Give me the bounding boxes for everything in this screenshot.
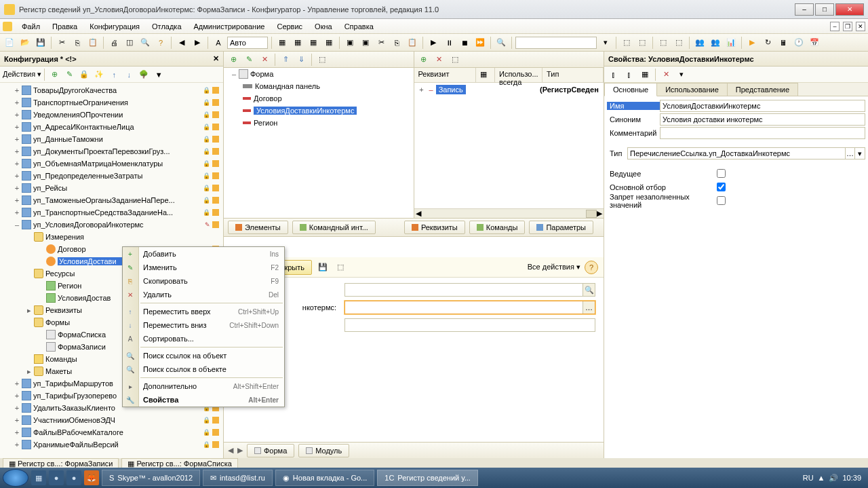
context-menu-item[interactable]: +ДобавитьIns bbox=[123, 247, 284, 261]
tree-item[interactable]: +уп_ДанныеТаможни🔒 bbox=[0, 133, 223, 145]
tb-t[interactable]: 👥 bbox=[709, 36, 722, 50]
taskbar-task[interactable]: ✉intasd@list.ru bbox=[203, 470, 273, 486]
tb-v[interactable]: ↻ bbox=[761, 36, 774, 50]
context-menu-item[interactable]: ⎘СкопироватьF9 bbox=[123, 274, 284, 288]
filter-icon[interactable]: ▼ bbox=[152, 68, 165, 81]
edit-icon[interactable]: ✎ bbox=[62, 68, 76, 81]
context-menu-item[interactable]: 🔍Поиск ссылок в объекте bbox=[123, 362, 284, 376]
tb-cal2[interactable]: 📅 bbox=[808, 36, 821, 50]
tb-d[interactable]: ▦ bbox=[322, 36, 336, 50]
props-tab-use[interactable]: Использование bbox=[656, 83, 728, 96]
tree-item[interactable]: +уп_ТранспортныеСредстваЗаданиеНа...🔒 bbox=[0, 206, 223, 219]
props-tab-pres[interactable]: Представление bbox=[727, 83, 798, 96]
tb-clock[interactable]: 🕐 bbox=[792, 36, 806, 50]
tb-i[interactable]: 📋 bbox=[406, 36, 419, 50]
tree-item[interactable]: +ТранспортныеОграничения🔒 bbox=[0, 96, 223, 109]
tb-j[interactable]: ▶ bbox=[427, 36, 440, 50]
prop-name-label[interactable]: Имя bbox=[607, 102, 660, 110]
tab-req[interactable]: Реквизиты bbox=[404, 221, 465, 234]
field-2-input[interactable]: … bbox=[344, 301, 595, 314]
tb-n[interactable]: 🔍 bbox=[494, 36, 508, 50]
pt-drop[interactable]: ▾ bbox=[675, 68, 688, 81]
maximize-button[interactable]: □ bbox=[815, 3, 834, 16]
compare-button[interactable]: ◫ bbox=[123, 36, 136, 50]
form-tree[interactable]: –Форма Командная панельДоговорУсловияДос… bbox=[224, 68, 414, 218]
bt-form[interactable]: Форма bbox=[247, 444, 294, 457]
bt-prev[interactable]: ◀ bbox=[228, 446, 233, 455]
props-tab-main[interactable]: Основные bbox=[604, 83, 657, 96]
tree-item[interactable]: +УчастникиОбменовЭДЧ🔒 bbox=[0, 414, 223, 426]
field-2-lookup[interactable]: … bbox=[583, 301, 595, 314]
ft-del-icon[interactable]: ✕ bbox=[258, 53, 271, 67]
inner-minimize-button[interactable]: – bbox=[830, 22, 840, 31]
form-tree-item[interactable]: Регион bbox=[224, 117, 414, 129]
menu-edit[interactable]: Правка bbox=[47, 21, 83, 32]
form-root[interactable]: –Форма bbox=[224, 68, 414, 80]
tab-elements[interactable]: Элементы bbox=[228, 221, 288, 234]
context-menu-item[interactable]: ✎ИзменитьF2 bbox=[123, 261, 284, 274]
fb-ext-icon[interactable]: ⬚ bbox=[334, 261, 347, 274]
prop-name-input[interactable] bbox=[660, 100, 865, 112]
help-icon[interactable]: ? bbox=[585, 261, 598, 274]
tb-explorer-icon[interactable]: ▦ bbox=[31, 470, 46, 485]
ft-up-icon[interactable]: ⇑ bbox=[279, 53, 292, 67]
all-actions-dropdown[interactable]: Все действия ▾ bbox=[528, 263, 580, 271]
req-col2[interactable]: Использо... всегда bbox=[495, 68, 542, 82]
prop-syn-input[interactable] bbox=[660, 113, 865, 126]
fb-save-icon[interactable]: 💾 bbox=[316, 261, 330, 274]
tb-k[interactable]: ⏸ bbox=[442, 36, 456, 50]
field-3-input[interactable] bbox=[344, 318, 595, 332]
pt-b[interactable]: ⫿ bbox=[623, 68, 636, 81]
inner-restore-button[interactable]: ❐ bbox=[843, 22, 852, 31]
new-button[interactable]: 📄 bbox=[3, 36, 16, 50]
close-button[interactable]: ✕ bbox=[835, 3, 864, 16]
search-dropdown[interactable]: ▾ bbox=[599, 36, 612, 50]
form-tree-item[interactable]: УсловияДоставкиИнкотермс bbox=[224, 105, 414, 117]
tree-item[interactable]: +ХранимыеФайлыВерсий🔒 bbox=[0, 438, 223, 451]
system-tray[interactable]: RU ▲🔊 10:39 bbox=[803, 474, 865, 483]
tb-f[interactable]: ▣ bbox=[359, 36, 372, 50]
tree-item[interactable]: –уп_УсловияДоговораИнкотермс✎ bbox=[0, 219, 223, 231]
tb-c[interactable]: ▦ bbox=[307, 36, 320, 50]
req-col1[interactable]: Реквизит bbox=[414, 68, 477, 82]
tb-app2-icon[interactable]: ● bbox=[66, 470, 81, 485]
prop-type-lookup[interactable]: … bbox=[846, 147, 856, 159]
tb-cal[interactable]: 🖩 bbox=[776, 36, 790, 50]
tb-p[interactable]: ⬚ bbox=[635, 36, 649, 50]
tb-r[interactable]: ⬚ bbox=[672, 36, 686, 50]
wand-icon[interactable]: ✨ bbox=[92, 68, 106, 81]
taskbar-task[interactable]: 1СРегистр сведений у... bbox=[377, 470, 478, 486]
search-input[interactable] bbox=[515, 37, 597, 49]
tree-item[interactable]: +ФайлыВРабочемКаталоге🔒 bbox=[0, 426, 223, 438]
menu-file[interactable]: Файл bbox=[16, 21, 45, 32]
pt-a[interactable]: ⫿ bbox=[607, 68, 620, 81]
field-1-lookup[interactable]: 🔍 bbox=[583, 284, 595, 296]
zoom-input[interactable] bbox=[227, 37, 268, 49]
tb-u[interactable]: 📊 bbox=[724, 36, 738, 50]
ft-add-icon[interactable]: ⊕ bbox=[226, 53, 240, 67]
tree-item[interactable]: Измерения bbox=[0, 231, 223, 243]
tb-app1-icon[interactable]: ● bbox=[49, 470, 64, 485]
form-tree-item[interactable]: Договор bbox=[224, 92, 414, 105]
copy-button[interactable]: ⎘ bbox=[71, 36, 84, 50]
add-icon[interactable]: ⊕ bbox=[47, 68, 61, 81]
tb-b[interactable]: ▦ bbox=[291, 36, 304, 50]
tree-item[interactable]: +ТоварыДругогоКачества🔒 bbox=[0, 84, 223, 96]
tb-e[interactable]: ▣ bbox=[343, 36, 357, 50]
actions-dropdown[interactable]: Действия ▾ bbox=[3, 70, 41, 79]
cut-button[interactable]: ✂ bbox=[55, 36, 68, 50]
prop-blank-check[interactable] bbox=[717, 196, 726, 205]
tree-item[interactable]: +уп_ДокументыПроектаПеревозкиГруз...🔒 bbox=[0, 145, 223, 157]
tb-a[interactable]: ▦ bbox=[275, 36, 289, 50]
lock-icon[interactable]: 🔒 bbox=[77, 68, 91, 81]
open-button[interactable]: 📂 bbox=[18, 36, 32, 50]
tree-item[interactable]: +уп_ТаможеныеОрганыЗаданиеНаПере...🔒 bbox=[0, 194, 223, 206]
taskbar-task[interactable]: ◉Новая вкладка - Go... bbox=[275, 470, 374, 486]
font-button[interactable]: A bbox=[212, 36, 225, 50]
context-menu-item[interactable]: ▸ДополнительноAlt+Shift+Enter bbox=[123, 379, 284, 393]
rq-ext-icon[interactable]: ⬚ bbox=[448, 53, 462, 67]
context-menu-item[interactable]: ↑Переместить вверхCtrl+Shift+Up bbox=[123, 305, 284, 318]
paste-button[interactable]: 📋 bbox=[86, 36, 100, 50]
menu-windows[interactable]: Окна bbox=[309, 21, 338, 32]
context-menu-item[interactable]: ✕УдалитьDel bbox=[123, 288, 284, 301]
